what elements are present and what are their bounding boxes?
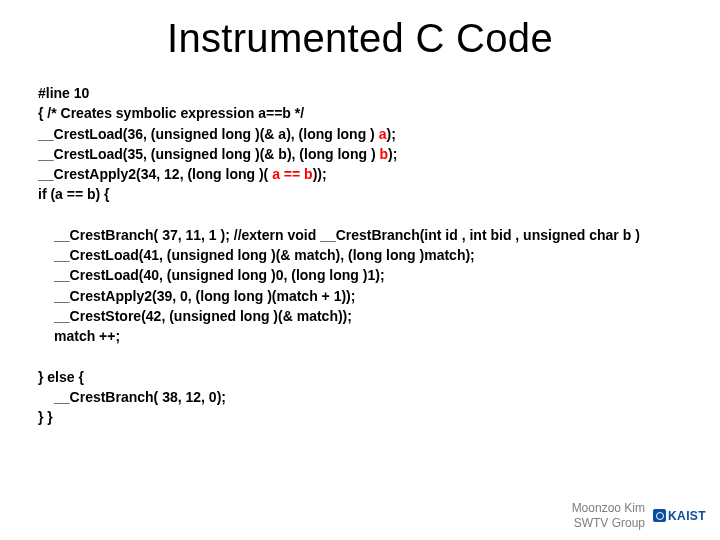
- code-line: __CrestApply2(34, 12, (long long )( a ==…: [28, 164, 692, 184]
- kaist-logo: KAIST: [653, 509, 706, 523]
- code-block: #line 10 { /* Creates symbolic expressio…: [28, 83, 692, 427]
- logo-icon: [653, 509, 666, 522]
- code-line: __CrestLoad(36, (unsigned long )(& a), (…: [28, 124, 692, 144]
- slide: Instrumented C Code #line 10 { /* Create…: [0, 0, 720, 540]
- code-line: if (a == b) {: [28, 184, 692, 204]
- code-line: __CrestLoad(41, (unsigned long )(& match…: [28, 245, 692, 265]
- code-line: __CrestStore(42, (unsigned long )(& matc…: [28, 306, 692, 326]
- author-text: Moonzoo Kim SWTV Group: [572, 501, 645, 530]
- code-line: match ++;: [28, 326, 692, 346]
- code-line: } else {: [28, 367, 692, 387]
- logo-text: KAIST: [668, 509, 706, 523]
- code-line: __CrestLoad(40, (unsigned long )0, (long…: [28, 265, 692, 285]
- code-line: __CrestApply2(39, 0, (long long )(match …: [28, 286, 692, 306]
- code-line: __CrestBranch( 38, 12, 0);: [28, 387, 692, 407]
- slide-footer: Moonzoo Kim SWTV Group KAIST: [572, 501, 706, 530]
- code-line: { /* Creates symbolic expression a==b */: [28, 103, 692, 123]
- slide-title: Instrumented C Code: [28, 16, 692, 61]
- red-expr-aeqb: a == b: [272, 166, 312, 182]
- code-line: __CrestBranch( 37, 11, 1 ); //extern voi…: [28, 225, 692, 245]
- code-line: __CrestLoad(35, (unsigned long )(& b), (…: [28, 144, 692, 164]
- code-line: } }: [28, 407, 692, 427]
- red-var-b: b: [379, 146, 388, 162]
- code-line: #line 10: [28, 83, 692, 103]
